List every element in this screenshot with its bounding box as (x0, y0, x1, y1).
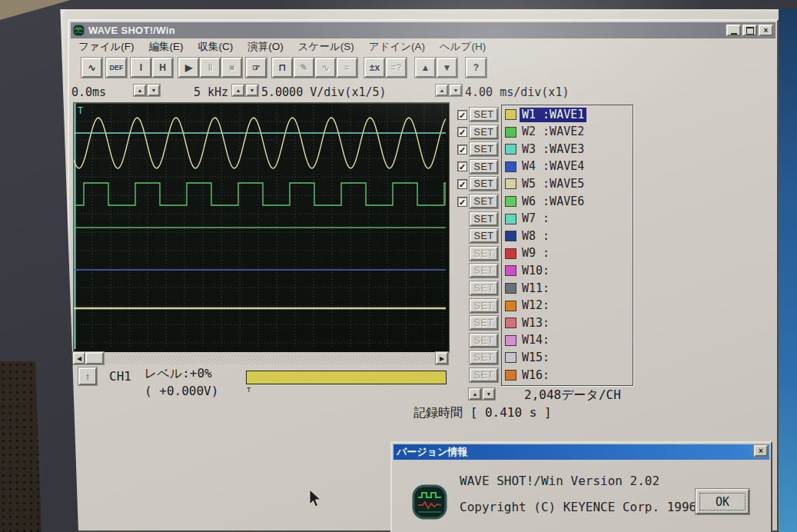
channel-label[interactable]: W12: (520, 298, 552, 313)
maximize-icon (746, 27, 754, 35)
timediv-down-button[interactable]: ▼ (450, 85, 462, 96)
erase-wave-button[interactable]: ✎ (294, 58, 314, 78)
channel-label[interactable]: W8 : (520, 229, 552, 244)
copyright-text: Copyright (C) KEYENCE Corp. 1996 (460, 500, 696, 514)
maximize-button[interactable] (742, 25, 757, 36)
vertical-cursor-button[interactable]: I (131, 58, 151, 78)
scrollbar-thumb[interactable] (85, 352, 104, 364)
rate-down-button[interactable]: ▼ (246, 85, 258, 96)
dialog-titlebar[interactable]: バージョン情報 (394, 444, 769, 460)
channel-label[interactable]: W10: (520, 264, 552, 278)
channel-row: SETW15: (457, 349, 634, 366)
dialog-close-button[interactable]: × (754, 445, 768, 457)
menu-item[interactable]: 収集(C) (198, 40, 234, 54)
window-titlebar[interactable]: WAVE SHOT!/Win × (71, 22, 775, 38)
channel-set-button[interactable]: SET (470, 212, 498, 226)
channel-label[interactable]: W4 :WAVE4 (520, 159, 586, 174)
calc-scale-button[interactable]: ±x (364, 58, 385, 78)
menu-item[interactable]: スケール(S) (298, 40, 354, 54)
channel-set-button[interactable]: SET (470, 264, 498, 278)
toolbar: ∿DEFIH▶‖■☞⊓✎∿≈±x=?▲▼? (69, 58, 780, 81)
channel-set-button[interactable]: SET (470, 229, 498, 243)
channel-row: ✓SETW3 :WAVE3 (457, 141, 634, 158)
level-slider-bar[interactable] (246, 371, 447, 384)
ok-button[interactable]: OK (696, 489, 749, 514)
channel-visible-checkbox[interactable]: ✓ (457, 110, 467, 120)
samples-down-button[interactable]: ▼ (483, 388, 495, 400)
scale-setup-button[interactable]: ∿ (81, 58, 102, 78)
shift-down-button[interactable]: ▼ (437, 58, 457, 78)
time-div-value: 4.00 ms/div(x1) (465, 85, 569, 99)
channel-visible-checkbox[interactable]: ✓ (457, 127, 467, 137)
channel-set-button[interactable]: SET (470, 316, 498, 330)
smooth-wave-button[interactable]: ∿ (315, 58, 336, 78)
shift-up-button[interactable]: ▲ (415, 58, 436, 78)
help-button[interactable]: ? (466, 58, 487, 78)
channel-color-swatch (505, 335, 516, 346)
channel-set-button[interactable]: SET (470, 281, 498, 295)
start-acquisition-button[interactable]: ▶ (178, 58, 199, 78)
offset-up-button[interactable]: ▲ (134, 85, 146, 96)
channel-label[interactable]: W5 :WAVE5 (520, 177, 586, 191)
level-jump-button[interactable]: ↑ (78, 367, 97, 385)
calc-query-button[interactable]: =? (386, 58, 407, 78)
channel-set-button[interactable]: SET (470, 160, 498, 174)
channel-color-swatch (505, 283, 516, 294)
menu-item[interactable]: ヘルプ(H) (440, 40, 486, 54)
channel-set-button[interactable]: SET (470, 351, 498, 364)
menu-item[interactable]: 編集(E) (149, 40, 184, 54)
square-wave-view-button[interactable]: ⊓ (272, 58, 293, 78)
close-button[interactable]: × (759, 25, 773, 36)
stop-acquisition-button[interactable]: ■ (221, 58, 242, 78)
mouse-cursor (309, 489, 323, 509)
timediv-up-button[interactable]: ▲ (436, 85, 448, 96)
channel-set-button[interactable]: SET (470, 177, 498, 191)
channel-label[interactable]: W15: (520, 351, 552, 365)
channel-label[interactable]: W6 :WAVE6 (520, 195, 586, 209)
samples-up-button[interactable]: ▲ (469, 388, 481, 400)
channel-label[interactable]: W3 :WAVE3 (520, 142, 586, 157)
channel-visible-checkbox[interactable]: ✓ (457, 161, 467, 171)
channel-row: SETW7 : (457, 211, 634, 228)
menu-item[interactable]: 演算(O) (247, 40, 284, 54)
channel-label[interactable]: W11: (520, 281, 552, 296)
version-text: WAVE SHOT!/Win Version 2.02 (460, 474, 659, 488)
minimize-icon (731, 26, 737, 35)
offset-down-button[interactable]: ▼ (148, 85, 160, 96)
menu-item[interactable]: アドイン(A) (369, 40, 425, 54)
rate-up-button[interactable]: ▲ (232, 85, 244, 96)
channel-set-button[interactable]: SET (470, 195, 498, 208)
channel-visible-checkbox[interactable]: ✓ (457, 197, 467, 207)
channel-set-button[interactable]: SET (470, 368, 498, 382)
channel-label[interactable]: W7 : (520, 211, 552, 226)
scroll-right-button[interactable]: ▶ (436, 352, 448, 364)
channel-visible-checkbox[interactable]: ✓ (457, 145, 467, 155)
channel-set-button[interactable]: SET (470, 125, 498, 139)
channel-label[interactable]: W2 :WAVE2 (520, 125, 586, 139)
scroll-left-button[interactable]: ◀ (73, 352, 85, 364)
horizontal-cursor-button[interactable]: H (152, 58, 173, 78)
channel-label[interactable]: W9 : (520, 246, 552, 261)
channel-label[interactable]: W16: (520, 368, 552, 383)
horizontal-scrollbar[interactable]: ◀ ▶ (73, 352, 448, 364)
channel-color-swatch (505, 248, 516, 259)
channel-label[interactable]: W13: (520, 316, 552, 331)
pause-acquisition-button[interactable]: ‖ (200, 58, 221, 78)
wave-compare-button[interactable]: ≈ (337, 58, 357, 78)
dialog-title: バージョン情報 (397, 445, 467, 459)
trigger-level-row: ↑ CH1 レベル:+0% ( +0.000V) T (69, 365, 453, 405)
channel-set-button[interactable]: SET (470, 247, 498, 261)
channel-set-button[interactable]: SET (470, 334, 498, 347)
channel-set-button[interactable]: SET (470, 142, 498, 156)
channel-set-button[interactable]: SET (470, 299, 498, 313)
minimize-button[interactable] (726, 25, 741, 36)
default-settings-button[interactable]: DEF (106, 58, 127, 78)
manual-trigger-button[interactable]: ☞ (246, 58, 267, 78)
channel-label[interactable]: W14: (520, 333, 552, 347)
channel-set-button[interactable]: SET (470, 108, 498, 121)
menu-item[interactable]: ファイル(F) (78, 40, 134, 54)
channel-visible-checkbox[interactable]: ✓ (457, 179, 467, 189)
channel-label[interactable]: W1 :WAVE1 (520, 108, 586, 122)
monitor-bezel-top (0, 0, 797, 9)
window-title: WAVE SHOT!/Win (88, 25, 175, 36)
